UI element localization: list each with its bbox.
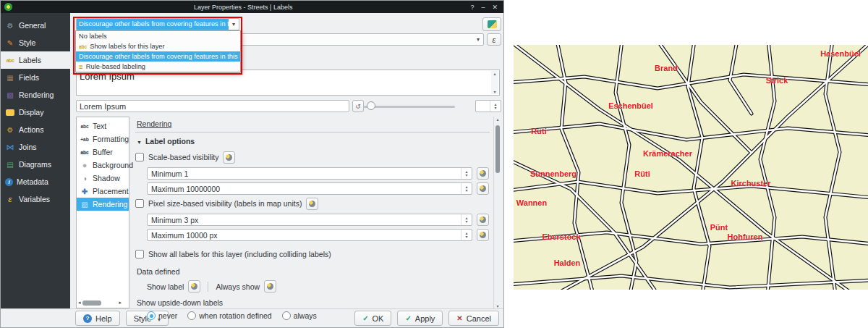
radio-button[interactable] — [187, 311, 196, 320]
tab-formatting[interactable]: +ab Formatting — [77, 133, 129, 146]
preview-scrollbar[interactable] — [491, 71, 498, 94]
pixel-visibility-checkbox[interactable] — [135, 199, 144, 208]
pixel-min-spinbox[interactable]: Minimum 3 px — [147, 214, 472, 226]
option-show-labels[interactable]: abc Show labels for this layer — [76, 41, 240, 51]
map-label: Wannen — [516, 198, 547, 207]
scrollbar-thumb[interactable] — [82, 300, 101, 306]
tab-background[interactable]: ● Background — [77, 159, 129, 172]
collapse-arrow-icon — [137, 137, 142, 146]
help-button[interactable]: ? Help — [75, 311, 120, 326]
text-preview-box: Lorem Ipsum — [76, 70, 500, 96]
radio-option-never[interactable]: never — [147, 311, 177, 320]
sidebar-item-general[interactable]: ⚙ General — [1, 17, 70, 34]
join-icon: ⋈ — [5, 143, 15, 151]
spin-arrows-icon[interactable] — [490, 101, 501, 112]
pixel-min-value: Minimum 3 px — [151, 216, 198, 224]
sidebar-item-label: General — [19, 21, 46, 30]
label-options-section-header[interactable]: Label options — [135, 133, 490, 148]
radio-option-always[interactable]: always — [282, 311, 317, 320]
sidebar-item-diagrams[interactable]: ▤ Diagrams — [1, 156, 70, 173]
scrollbar-thumb[interactable] — [495, 125, 500, 173]
tab-buffer[interactable]: abc Buffer — [77, 146, 129, 159]
data-defined-override-button[interactable] — [264, 280, 276, 293]
expression-builder-button[interactable]: ε — [487, 33, 501, 46]
map-label: Brand — [655, 64, 678, 72]
spin-arrows-icon[interactable] — [461, 230, 472, 240]
radio-button[interactable] — [147, 311, 156, 320]
scale-min-spinbox[interactable]: Minimum 1 — [147, 167, 472, 180]
window-help-button[interactable]: ? — [470, 4, 474, 11]
slider-handle[interactable] — [367, 101, 375, 110]
data-defined-override-button[interactable] — [477, 182, 489, 195]
sidebar-item-joins[interactable]: ⋈ Joins — [1, 138, 70, 156]
sample-text-input[interactable] — [76, 100, 349, 112]
radio-label: when rotation defined — [199, 311, 271, 320]
tab-rendering[interactable]: ▧ Rendering — [77, 198, 129, 211]
scale-max-spinbox[interactable]: Maximum 10000000 — [147, 182, 472, 195]
sidebar-item-rendering[interactable]: ▧ Rendering — [1, 86, 70, 104]
map-label: Hohfuren — [728, 232, 763, 241]
tab-label: Formatting — [93, 135, 129, 143]
tab-label: Placement — [93, 187, 129, 195]
map-view[interactable]: HasenbüelBrandStrickEschenbüelRütiKrämer… — [514, 45, 868, 290]
data-defined-override-button[interactable] — [188, 280, 200, 293]
scale-max-value: Maximum 10000000 — [151, 185, 220, 193]
radio-option-rotation[interactable]: when rotation defined — [187, 311, 271, 320]
option-rule-based[interactable]: ≡ Rule-based labeling — [76, 62, 240, 72]
data-defined-override-button[interactable] — [477, 214, 489, 226]
sidebar-item-style[interactable]: ✎ Style — [1, 34, 70, 51]
map-label: Krämeracher — [643, 149, 692, 158]
background-icon: ● — [80, 161, 90, 169]
tab-label: Background — [93, 161, 133, 169]
window-minimize-button[interactable]: – — [481, 4, 485, 11]
scale-max-row: Maximum 10000000 — [147, 182, 490, 195]
preview-scale-slider[interactable] — [364, 100, 455, 112]
data-defined-override-button[interactable] — [223, 151, 235, 164]
data-defined-icon — [267, 283, 273, 290]
spin-arrows-icon[interactable] — [461, 183, 472, 194]
labeling-mode-combobox[interactable]: Discourage other labels from covering fe… — [76, 18, 239, 30]
show-label-button[interactable]: Show label — [147, 282, 184, 291]
vertical-scrollbar[interactable] — [493, 117, 501, 308]
option-discourage-covering[interactable]: Discourage other labels from covering fe… — [76, 51, 240, 62]
spin-arrows-icon[interactable] — [461, 214, 472, 225]
spin-arrows-icon[interactable] — [461, 168, 472, 179]
general-icon: ⚙ — [5, 21, 15, 30]
automated-placement-button[interactable] — [482, 17, 501, 31]
sidebar-item-variables[interactable]: ε Variables — [1, 190, 70, 208]
show-all-labels-checkbox[interactable] — [135, 250, 144, 258]
sidebar-item-fields[interactable]: ▦ Fields — [1, 69, 70, 86]
window-close-button[interactable]: ✕ — [492, 4, 498, 11]
titlebar[interactable]: Layer Properties - Streets | Labels ? – … — [1, 1, 503, 13]
tab-label: Shadow — [93, 174, 120, 182]
scale-visibility-checkbox[interactable] — [135, 153, 144, 161]
data-defined-override-button[interactable] — [477, 167, 489, 180]
tab-text[interactable]: abc Text — [77, 119, 129, 133]
sidebar-item-actions[interactable]: ⚙ Actions — [1, 121, 70, 138]
sidebar-item-metadata[interactable]: i Metadata — [1, 173, 70, 190]
pixel-max-spinbox[interactable]: Maximum 10000 px — [147, 229, 472, 241]
data-defined-heading: Data defined — [137, 267, 490, 276]
always-show-button[interactable]: Always show — [216, 282, 260, 291]
tab-placement[interactable]: ✚ Placement — [77, 185, 129, 198]
sidebar-item-label: Joins — [19, 143, 37, 151]
sidebar: ⚙ General ✎ Style abc Labels ▦ Fields ▧ — [1, 13, 70, 308]
chevron-down-icon — [229, 19, 239, 30]
settings-header-row: Rendering — [135, 118, 490, 133]
option-no-labels[interactable]: No labels — [76, 31, 240, 41]
help-label: Help — [95, 314, 112, 323]
tab-label: Text — [93, 122, 106, 130]
show-all-labels-label: Show all labels for this layer (includin… — [148, 250, 331, 258]
data-defined-override-button[interactable] — [477, 229, 489, 241]
rendering-icon: ▧ — [5, 91, 15, 99]
placement-icon: ✚ — [80, 188, 90, 195]
rules-icon: ≡ — [79, 63, 83, 71]
reset-sample-button[interactable]: ↺ — [352, 100, 364, 112]
tab-shadow[interactable]: ◑ Shadow — [77, 172, 129, 185]
radio-button[interactable] — [282, 311, 291, 320]
horizontal-scrollbar[interactable] — [78, 299, 122, 306]
data-defined-override-button[interactable] — [306, 198, 318, 210]
sidebar-item-labels[interactable]: abc Labels — [1, 51, 70, 69]
preview-size-spinbox[interactable] — [475, 100, 501, 112]
sidebar-item-display[interactable]: Display — [1, 104, 70, 121]
